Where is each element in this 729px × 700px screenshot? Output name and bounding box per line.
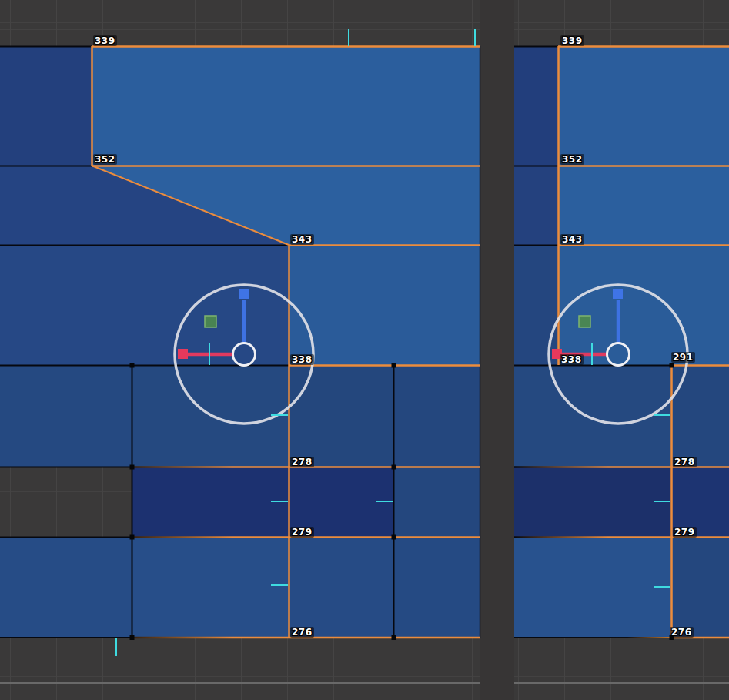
vertex-index-label: 278 [673,457,697,467]
left-panel-faces[interactable] [0,46,480,638]
uv-face[interactable] [132,537,289,638]
vertex-index-label: 343 [290,234,314,245]
uv-vertex[interactable] [130,535,135,540]
uv-face[interactable] [393,467,480,537]
uv-vertex[interactable] [392,363,396,368]
uv-vertex[interactable] [392,535,396,540]
gizmo-y-handle[interactable] [613,289,623,299]
uv-face[interactable] [289,365,393,467]
uv-face-dark[interactable] [514,467,671,537]
uv-vertex[interactable] [670,363,674,368]
vertex-index-label: 339 [560,35,584,46]
vertex-index-label: 276 [290,627,314,638]
uv-face-selected[interactable] [92,46,480,166]
gizmo-y-handle[interactable] [239,289,249,299]
uv-face[interactable] [0,46,92,166]
editor-divider[interactable] [480,0,514,700]
uv-face-dark[interactable] [132,467,393,537]
uv-face[interactable] [514,166,558,245]
gizmo-plane-handle[interactable] [205,316,216,327]
uv-face[interactable] [0,537,132,638]
uv-face[interactable] [514,537,671,638]
uv-vertex[interactable] [130,363,135,368]
uv-vertex[interactable] [392,465,396,470]
uv-face-selected[interactable] [558,245,729,365]
vertex-index-label: 278 [290,457,314,467]
vertex-index-label: 339 [93,35,117,46]
uv-face[interactable] [514,46,558,166]
uv-face[interactable] [514,245,558,365]
uv-face[interactable] [393,537,480,638]
vertex-index-label: 352 [560,154,584,165]
uv-vertex[interactable] [130,635,135,640]
uv-face[interactable] [671,537,729,638]
uv-canvas[interactable] [0,0,729,700]
uv-face[interactable] [671,365,729,467]
vertex-index-label: 352 [93,154,117,165]
uv-face[interactable] [393,365,480,467]
uv-face-selected[interactable] [558,166,729,245]
uv-vertex[interactable] [392,635,396,640]
vertex-index-label: 276 [670,627,694,638]
uv-face-selected[interactable] [289,245,480,365]
vertex-index-label: 343 [560,234,584,245]
uv-editor-stage: 339 352 343 338 278 279 276 339 352 343 … [0,0,729,700]
vertex-index-label: 338 [290,354,314,365]
gizmo-plane-handle[interactable] [579,316,590,327]
uv-face[interactable] [289,537,393,638]
vertex-index-label: 338 [560,354,584,365]
right-panel-faces[interactable] [514,46,729,638]
uv-face-selected[interactable] [558,46,729,166]
gizmo-x-handle[interactable] [178,349,188,359]
vertex-index-label: 279 [290,527,314,538]
uv-vertex[interactable] [130,465,135,470]
vertex-index-label: 291 [671,352,695,363]
uv-face[interactable] [0,365,132,467]
vertex-index-label: 279 [673,527,697,538]
